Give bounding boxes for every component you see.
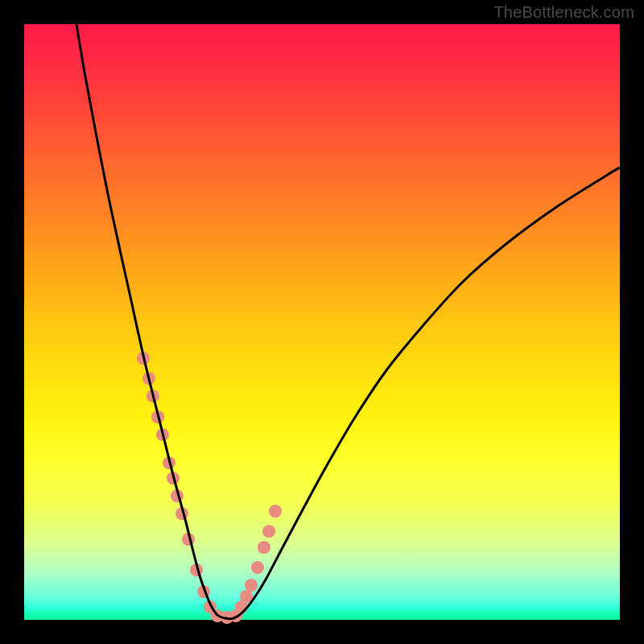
chart-frame: TheBottleneck.com bbox=[0, 0, 644, 644]
highlight-dot bbox=[245, 579, 258, 592]
highlight-dot bbox=[262, 525, 275, 538]
plot-area bbox=[24, 24, 620, 620]
bottleneck-curve bbox=[76, 24, 620, 619]
watermark-text: TheBottleneck.com bbox=[493, 3, 634, 22]
chart-svg bbox=[24, 24, 620, 620]
highlight-dot bbox=[269, 505, 282, 518]
highlight-dots-layer bbox=[137, 352, 282, 624]
highlight-dot bbox=[251, 561, 264, 574]
highlight-dot bbox=[258, 541, 270, 554]
